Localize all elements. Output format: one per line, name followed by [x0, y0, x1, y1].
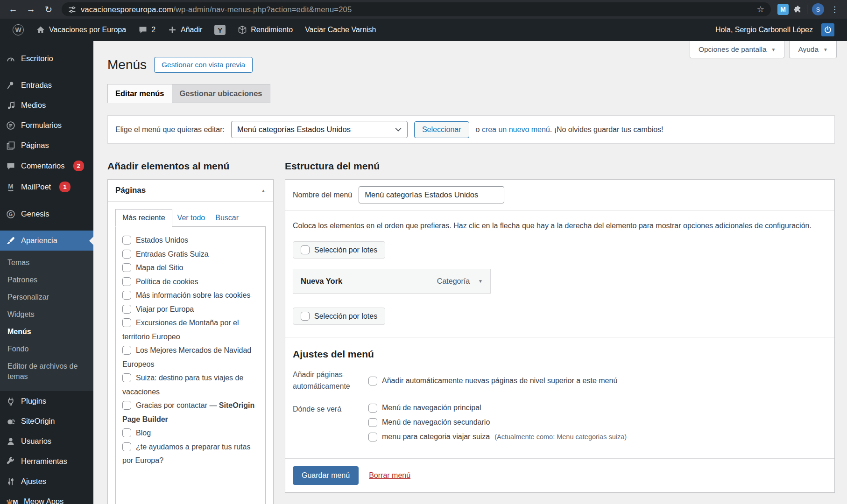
address-bar[interactable]: vacacionesporeuropa.com/wp-admin/nav-men… [62, 2, 771, 16]
checkbox[interactable] [122, 250, 131, 259]
submenu-item-editor-archivos[interactable]: Editor de archivos de temas [0, 358, 93, 385]
save-menu-button[interactable]: Guardar menú [293, 466, 359, 485]
nav-tabs: Editar menús Gestionar ubicaciones [107, 84, 835, 103]
menu-select-dropdown[interactable]: Menú categorías Estados Unidos [231, 121, 408, 138]
page-checkbox-label[interactable]: Blog [122, 426, 259, 440]
checkbox[interactable] [122, 277, 131, 286]
page-checkbox-label[interactable]: Mapa del Sitio [122, 261, 259, 275]
submenu-item-menus[interactable]: Menús [0, 323, 93, 341]
sidebar-item-meow-apps[interactable]: M Meow Apps [0, 491, 93, 504]
sidebar-item-herramientas[interactable]: Herramientas [0, 451, 93, 471]
extension-m-icon[interactable]: M [777, 4, 789, 15]
checkbox[interactable] [122, 401, 131, 410]
sidebar-item-genesis[interactable]: G Genesis [0, 204, 93, 224]
wp-logo-menu[interactable]: W [7, 19, 29, 41]
sidebar-item-entradas[interactable]: Entradas [0, 75, 93, 95]
checkbox[interactable] [368, 404, 377, 413]
browser-reload-icon[interactable]: ↻ [42, 4, 55, 15]
checkbox[interactable] [122, 305, 131, 314]
sidebar-item-usuarios[interactable]: Usuarios [0, 431, 93, 451]
comments-shortcut[interactable]: 2 [133, 19, 161, 41]
wp-admin-bar: W Vacaciones por Europa 2 Añadir Y Rendi… [0, 19, 847, 41]
varnish-cache-menu[interactable]: Vaciar Cache Varnish [300, 19, 381, 41]
sidebar-item-comentarios[interactable]: Comentarios 2 [0, 155, 93, 176]
browser-forward-icon[interactable]: → [24, 4, 37, 14]
menu-location-checkbox-label[interactable]: Menú de navegación principal [368, 404, 627, 413]
tab-search[interactable]: Buscar [210, 210, 244, 226]
page-checklist-item: Los Mejores Mercados de Navidad Europeos [122, 343, 259, 371]
delete-menu-link[interactable]: Borrar menú [369, 471, 410, 480]
tab-manage-locations[interactable]: Gestionar ubicaciones [172, 84, 270, 103]
sidebar-item-siteorigin[interactable]: SiteOrigin [0, 411, 93, 431]
page-checkbox-label[interactable]: Más información sobre las cookies [122, 288, 259, 302]
performance-menu[interactable]: Rendimiento [233, 19, 298, 41]
checkbox[interactable] [368, 377, 377, 385]
bulk-select-button-top[interactable]: Selección por lotes [293, 241, 385, 259]
manage-with-preview-button[interactable]: Gestionar con vista previa [154, 57, 253, 73]
page-checkbox-label[interactable]: ¿te ayudamos a preparar tus rutas por Eu… [122, 440, 259, 468]
extensions-puzzle-icon[interactable] [793, 5, 802, 14]
submenu-item-widgets[interactable]: Widgets [0, 306, 93, 323]
menu-item-nueva-york[interactable]: Nueva York Categoría ▼ [293, 269, 491, 294]
help-button[interactable]: Ayuda▼ [789, 41, 837, 58]
checkbox[interactable] [122, 373, 131, 382]
collapse-arrow-icon[interactable]: ▲ [261, 188, 266, 193]
select-menu-button[interactable]: Seleccionar [414, 121, 469, 138]
tab-view-all[interactable]: Ver todo [172, 210, 211, 226]
chevron-down-icon: ▼ [771, 47, 776, 52]
page-checkbox-label[interactable]: Viajar por Europa [122, 302, 259, 316]
checkbox[interactable] [122, 318, 131, 327]
expand-arrow-icon[interactable]: ▼ [478, 279, 483, 284]
page-checkbox-label[interactable]: Suiza: destino para tus viajes de vacaci… [122, 371, 259, 399]
page-checkbox-label[interactable]: Estados Unidos [122, 233, 259, 247]
pages-accordion-header[interactable]: Páginas ▲ [108, 180, 273, 202]
yoast-seo-menu[interactable]: Y [209, 19, 231, 41]
page-checkbox-label[interactable]: Gracias por contactar — SiteOrigin Page … [122, 399, 259, 426]
auto-add-checkbox-label[interactable]: Añadir automáticamente nuevas páginas de… [368, 369, 617, 392]
menu-settings-section: Ajustes del menú Añadir páginas automáti… [285, 337, 834, 458]
browser-menu-icon[interactable]: ⋮ [829, 5, 840, 14]
checkbox[interactable] [301, 312, 310, 321]
submenu-item-patrones[interactable]: Patrones [0, 272, 93, 289]
bulk-select-button-bottom[interactable]: Selección por lotes [293, 308, 385, 325]
checkbox[interactable] [122, 263, 131, 272]
bookmark-star-icon[interactable]: ☆ [757, 4, 764, 14]
sidebar-item-formularios[interactable]: Formularios [0, 115, 93, 135]
sidebar-item-apariencia[interactable]: Apariencia [0, 231, 93, 251]
page-checkbox-label[interactable]: Los Mejores Mercados de Navidad Europeos [122, 343, 259, 371]
sidebar-item-ajustes[interactable]: Ajustes [0, 471, 93, 491]
checkbox[interactable] [122, 236, 131, 245]
page-checkbox-label[interactable]: Entradas Gratis Suiza [122, 247, 259, 261]
checkbox[interactable] [122, 428, 131, 437]
tab-edit-menus[interactable]: Editar menús [107, 84, 172, 103]
menu-location-checkbox-label[interactable]: Menú de navegación secundario [368, 418, 627, 427]
checkbox[interactable] [301, 245, 310, 254]
sidebar-item-escritorio[interactable]: Escritorio [0, 49, 93, 69]
new-content-menu[interactable]: Añadir [162, 19, 207, 41]
visit-site-link[interactable]: Vacaciones por Europa [31, 19, 131, 41]
submenu-item-temas[interactable]: Temas [0, 254, 93, 272]
create-new-menu-link[interactable]: crea un nuevo menú [482, 126, 550, 133]
checkbox[interactable] [122, 291, 131, 300]
sidebar-item-mailpoet[interactable]: M MailPoet 1 [0, 176, 93, 197]
menu-location-checkbox-label[interactable]: menu para categoria viajar suiza(Actualm… [368, 433, 627, 441]
submenu-item-fondo[interactable]: Fondo [0, 341, 93, 358]
browser-profile-avatar[interactable]: S [812, 3, 824, 15]
my-account-menu[interactable]: Hola, Sergio Carbonell López [710, 19, 840, 41]
tab-most-recent[interactable]: Más reciente [115, 209, 172, 227]
screen-options-button[interactable]: Opciones de pantalla▼ [690, 41, 785, 58]
sidebar-item-plugins[interactable]: Plugins [0, 391, 93, 411]
checkbox[interactable] [122, 442, 131, 451]
sidebar-item-medios[interactable]: Medios [0, 95, 93, 115]
page-checkbox-label[interactable]: Política de cookies [122, 275, 259, 289]
sidebar-item-paginas[interactable]: Páginas [0, 135, 93, 155]
menu-name-input[interactable] [359, 186, 504, 203]
site-info-icon[interactable] [68, 6, 76, 14]
checkbox[interactable] [368, 418, 377, 427]
checkbox[interactable] [122, 346, 131, 355]
checkbox[interactable] [368, 433, 377, 441]
browser-back-icon[interactable]: ← [7, 4, 20, 14]
mailpoet-icon: M [6, 182, 15, 192]
page-checkbox-label[interactable]: Excursiones de Montaña por el territorio… [122, 316, 259, 343]
submenu-item-personalizar[interactable]: Personalizar [0, 289, 93, 306]
